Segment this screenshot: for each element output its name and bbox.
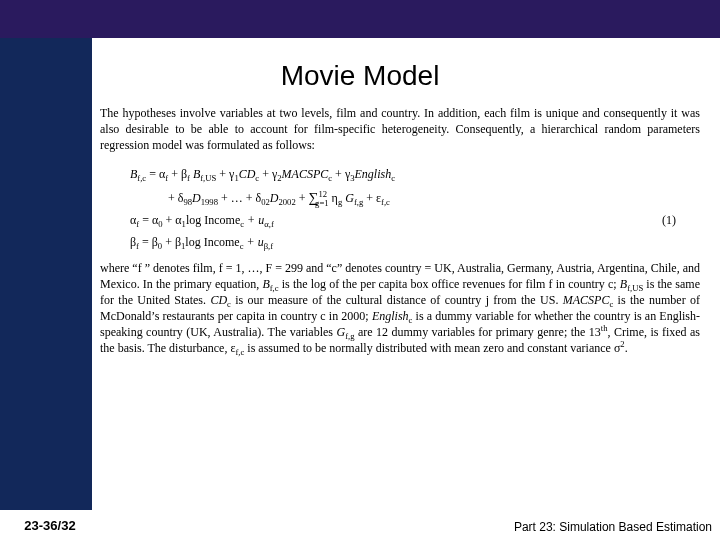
body-content: The hypotheses involve variables at two …	[100, 105, 700, 363]
page-number: 23-36/32	[0, 510, 100, 540]
explanation-paragraph: where “f ” denotes film, f = 1, …, F = 2…	[100, 260, 700, 357]
top-accent-bar	[0, 0, 720, 38]
part-label: Part 23: Simulation Based Estimation	[514, 520, 712, 534]
equation-line-3: αf = α0 + α1log Incomec + uα,f (1)	[130, 210, 680, 232]
footer: 23-36/32 Part 23: Simulation Based Estim…	[0, 510, 720, 540]
equation-line-2: + δ98D1998 + … + δ02D2002 + ∑12g=1 ηg Gf…	[130, 185, 680, 210]
equation-number: (1)	[662, 210, 680, 232]
equation-block: Bf,c = αf + βf Bf,US + γ1CDc + γ2MACSPCc…	[130, 164, 680, 254]
slide-title: Movie Model	[0, 60, 720, 92]
equation-line-1: Bf,c = αf + βf Bf,US + γ1CDc + γ2MACSPCc…	[130, 164, 680, 186]
equation-line-4: βf = β0 + β1log Incomec + uβ,f	[130, 232, 680, 254]
intro-paragraph: The hypotheses involve variables at two …	[100, 105, 700, 154]
